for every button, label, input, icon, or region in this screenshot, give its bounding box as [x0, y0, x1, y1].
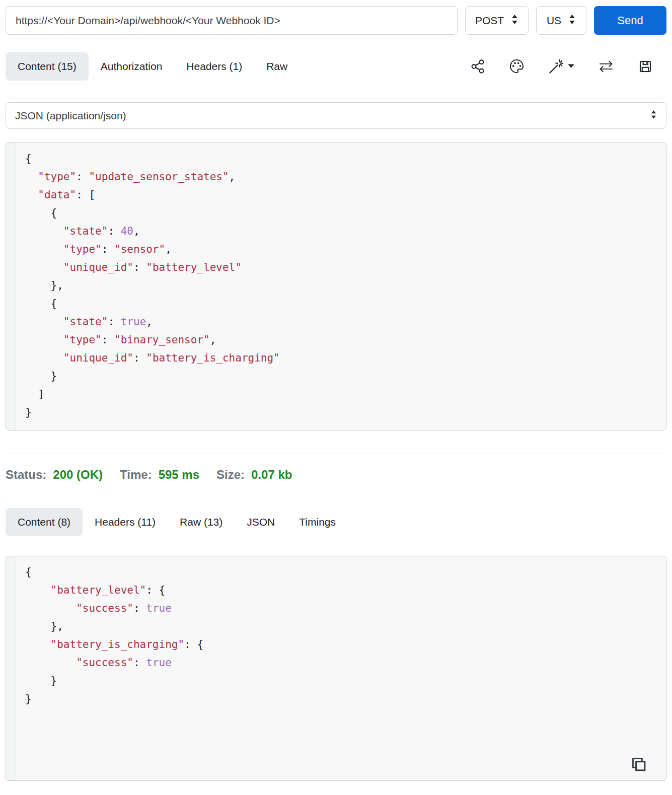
request-tabs: Content (15)AuthorizationHeaders (1)Raw: [6, 52, 300, 81]
theme-button[interactable]: [509, 58, 525, 74]
up-down-caret-icon: [511, 13, 518, 28]
code-line: "state": true,: [25, 313, 656, 331]
swap-button[interactable]: [598, 60, 614, 73]
tab-request-raw[interactable]: Raw: [254, 52, 300, 81]
time-label: Time:: [120, 468, 152, 482]
code-line: "type": "binary_sensor",: [25, 331, 656, 349]
magic-wand-icon: [548, 58, 564, 75]
environment-select[interactable]: US: [536, 6, 586, 35]
body-type-value: JSON (application/json): [15, 110, 126, 122]
copy-response-button[interactable]: [630, 756, 647, 774]
tab-request-content[interactable]: Content (15): [6, 52, 89, 81]
dropdown-caret-icon: [568, 64, 574, 68]
response-body-code: { "battery_level": { "success": true }, …: [6, 556, 666, 714]
code-line: "success": true: [25, 654, 656, 672]
save-icon: [638, 59, 653, 74]
share-button[interactable]: [470, 59, 485, 74]
response-status-bar: Status: 200 (OK) Time: 595 ms Size: 0.07…: [6, 468, 666, 482]
code-line: }: [25, 690, 656, 708]
code-line: },: [25, 276, 656, 295]
tab-request-headers[interactable]: Headers (1): [174, 52, 254, 81]
request-tabs-row: Content (15)AuthorizationHeaders (1)Raw: [6, 52, 666, 81]
request-body-code: { "type": "update_sensor_states", "data"…: [6, 143, 666, 428]
magic-wand-menu-button[interactable]: [548, 58, 574, 75]
tab-response-timings[interactable]: Timings: [287, 508, 348, 536]
code-line: "type": "update_sensor_states",: [25, 168, 656, 186]
status-label: Status:: [6, 468, 46, 482]
code-line: "success": true: [25, 599, 656, 617]
code-line: }: [25, 672, 656, 690]
send-button[interactable]: Send: [594, 6, 666, 35]
code-line: ]: [25, 385, 656, 403]
code-line: }: [25, 403, 656, 421]
tab-authorization[interactable]: Authorization: [89, 52, 175, 81]
share-icon: [470, 59, 485, 74]
code-line: }: [25, 367, 656, 385]
save-button[interactable]: [638, 59, 653, 74]
up-down-caret-icon: [650, 109, 657, 123]
environment-select-value: US: [547, 15, 561, 27]
status-value: 200 (OK): [53, 468, 103, 482]
code-line: "data": [: [25, 186, 656, 204]
code-line: "battery_level": {: [25, 581, 656, 599]
code-line: {: [25, 563, 656, 581]
palette-icon: [509, 58, 525, 74]
code-line: },: [25, 617, 656, 635]
response-body-viewer: { "battery_level": { "success": true }, …: [6, 556, 666, 781]
method-select-value: POST: [475, 15, 504, 27]
code-line: "type": "sensor",: [25, 240, 656, 258]
swap-arrows-icon: [598, 60, 614, 73]
code-line: {: [25, 204, 656, 222]
response-tabs: Content (8)Headers (11)Raw (13)JSONTimin…: [6, 508, 348, 536]
request-toolbar: [470, 58, 666, 75]
up-down-caret-icon: [568, 13, 576, 28]
size-label: Size:: [216, 468, 245, 482]
method-select[interactable]: POST: [465, 6, 529, 35]
code-line: "battery_is_charging": {: [25, 635, 656, 654]
copy-icon: [630, 766, 647, 774]
code-line: "unique_id": "battery_level": [25, 258, 656, 276]
size-value: 0.07 kb: [251, 468, 292, 482]
request-body-editor[interactable]: { "type": "update_sensor_states", "data"…: [6, 142, 666, 430]
body-type-select[interactable]: JSON (application/json): [6, 102, 666, 129]
response-tabs-row: Content (8)Headers (11)Raw (13)JSONTimin…: [6, 508, 666, 536]
code-line: "state": 40,: [25, 222, 656, 240]
url-input[interactable]: [6, 6, 458, 35]
code-line: "unique_id": "battery_is_charging": [25, 349, 656, 367]
tab-response-headers[interactable]: Headers (11): [83, 508, 168, 536]
code-line: {: [25, 295, 656, 313]
code-line: {: [25, 150, 656, 168]
tab-response-content[interactable]: Content (8): [6, 508, 83, 536]
time-value: 595 ms: [159, 468, 199, 482]
tab-response-json[interactable]: JSON: [235, 508, 287, 536]
editor-gutter: [6, 143, 16, 430]
viewer-gutter: [6, 556, 16, 780]
request-bar: POST US Send: [0, 0, 672, 35]
tab-response-raw[interactable]: Raw (13): [168, 508, 235, 536]
section-divider: [2, 454, 670, 454]
